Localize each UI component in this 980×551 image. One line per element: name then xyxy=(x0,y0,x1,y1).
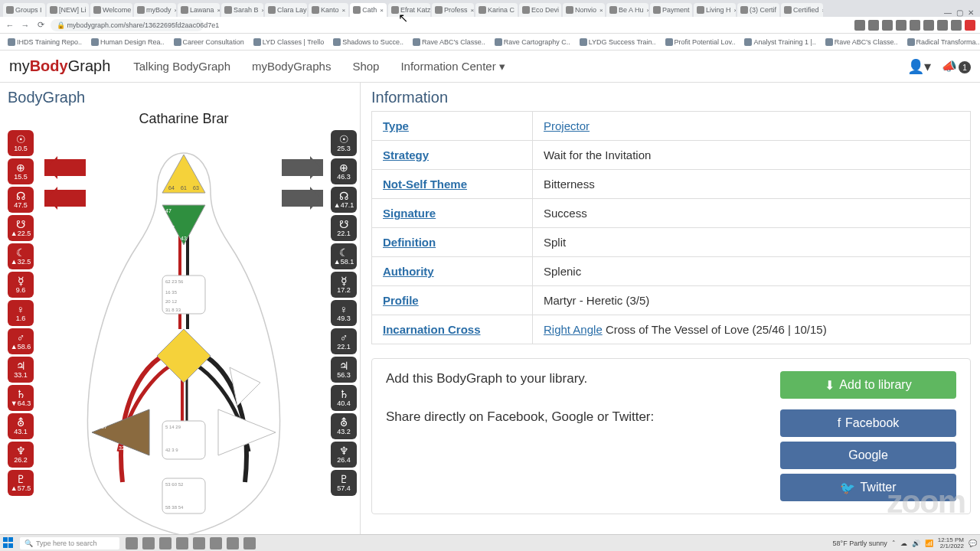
planet-box[interactable]: ♇57.4 xyxy=(331,470,357,496)
facebook-button[interactable]: fFacebook xyxy=(780,409,956,437)
ext-icon[interactable] xyxy=(951,20,962,31)
bookmark-item[interactable]: Human Design Rea.. xyxy=(88,37,168,47)
planet-box[interactable]: ♄40.4 xyxy=(331,385,357,411)
task-icon[interactable] xyxy=(176,537,188,549)
bookmark-item[interactable]: Profit Potential Lov.. xyxy=(662,37,739,47)
browser-tab[interactable]: (3) Certif× xyxy=(737,3,779,17)
forward-icon[interactable]: → xyxy=(20,20,31,31)
planet-box[interactable]: ♀49.3 xyxy=(331,300,357,326)
planet-box[interactable]: ♆26.2 xyxy=(8,442,34,468)
browser-tab[interactable]: Profess× xyxy=(432,3,474,17)
browser-tab[interactable]: Groups I× xyxy=(3,3,45,17)
close-icon[interactable]: ✕ xyxy=(968,8,974,17)
task-icon[interactable] xyxy=(193,537,205,549)
ext-icon[interactable] xyxy=(923,20,934,31)
planet-box[interactable]: ☾▲32.5 xyxy=(8,243,34,269)
browser-tab[interactable]: Clara Lay× xyxy=(265,3,307,17)
task-icon[interactable] xyxy=(126,537,138,549)
task-icon[interactable] xyxy=(210,537,222,549)
browser-tab[interactable]: Efrat Katz× xyxy=(388,3,430,17)
browser-tab[interactable]: Nonvio× xyxy=(563,3,605,17)
browser-tab[interactable]: Lawana× xyxy=(178,3,220,17)
bookmark-item[interactable]: Rave Cartography C.. xyxy=(492,37,573,47)
back-icon[interactable]: ← xyxy=(5,20,15,31)
bookmark-item[interactable]: Analyst Training 1 |.. xyxy=(741,37,818,47)
close-icon[interactable]: × xyxy=(599,7,603,14)
planet-box[interactable]: ♃33.1 xyxy=(8,357,34,383)
ext-icon[interactable] xyxy=(854,20,865,31)
google-button[interactable]: Google xyxy=(780,442,956,469)
browser-tab[interactable]: Karina C× xyxy=(475,3,518,17)
task-icon[interactable] xyxy=(243,537,256,549)
info-label-link[interactable]: Authority xyxy=(383,265,434,278)
close-icon[interactable]: × xyxy=(342,7,346,14)
info-value-link[interactable]: Projector xyxy=(544,119,590,132)
bookmark-item[interactable]: Rave ABC's Classe.. xyxy=(822,37,901,47)
ext-icon[interactable] xyxy=(882,20,893,31)
browser-tab[interactable]: myBody× xyxy=(134,3,176,17)
ext-icon[interactable] xyxy=(868,20,879,31)
url-input[interactable]: 🔒 mybodygraph.com/share/13622695fd2aac06… xyxy=(51,19,204,31)
browser-tab[interactable]: Certified× xyxy=(781,3,823,17)
planet-box[interactable]: ⊕46.3 xyxy=(331,158,357,184)
ext-icon[interactable] xyxy=(937,20,948,31)
planet-box[interactable]: ⛢43.2 xyxy=(331,413,357,439)
nav-link[interactable]: Information Center ▾ xyxy=(400,60,505,73)
close-icon[interactable]: × xyxy=(822,7,822,14)
info-label-link[interactable]: Incarnation Cross xyxy=(383,323,481,336)
planet-box[interactable]: ⊕15.5 xyxy=(8,158,34,184)
clock[interactable]: 12:15 PM2/1/2022 xyxy=(938,537,964,549)
bookmark-item[interactable]: LYD Classes | Trello xyxy=(250,37,328,47)
browser-tab[interactable]: Eco Devi× xyxy=(519,3,561,17)
weather-widget[interactable]: 58°F Partly sunny xyxy=(833,540,887,547)
close-icon[interactable]: × xyxy=(733,7,735,14)
browser-tab[interactable]: Sarah B× xyxy=(221,3,263,17)
close-icon[interactable]: × xyxy=(470,7,473,14)
planet-box[interactable]: ♂22.1 xyxy=(331,328,357,354)
browser-tab[interactable]: Living H× xyxy=(694,3,736,17)
planet-box[interactable]: ☉25.3 xyxy=(331,130,357,156)
tray-icon[interactable]: 🔊 xyxy=(912,540,920,547)
planet-box[interactable]: ♂▲58.6 xyxy=(8,328,34,354)
planet-box[interactable]: ♀1.6 xyxy=(8,300,34,326)
notifications-icon[interactable]: 📣1 xyxy=(942,59,971,74)
browser-tab[interactable]: Cath× xyxy=(350,3,387,17)
add-to-library-button[interactable]: ⬇Add to library xyxy=(780,371,956,399)
close-icon[interactable]: × xyxy=(217,7,220,14)
notifications-icon[interactable]: 💬 xyxy=(969,540,977,547)
browser-tab[interactable]: Welcome× xyxy=(90,3,132,17)
nav-link[interactable]: myBodyGraphs xyxy=(252,60,331,73)
nav-link[interactable]: Shop xyxy=(352,60,379,73)
bookmark-item[interactable]: Career Consultation xyxy=(171,37,247,47)
reload-icon[interactable]: ⟳ xyxy=(35,20,46,31)
browser-tab[interactable]: Kanto× xyxy=(309,3,348,17)
minimize-icon[interactable]: — xyxy=(944,8,952,17)
planet-box[interactable]: ♆26.4 xyxy=(331,442,357,468)
task-icon[interactable] xyxy=(159,537,172,549)
bookmark-item[interactable]: Shadows to Succe.. xyxy=(330,37,407,47)
planet-box[interactable]: ☋▲22.5 xyxy=(8,215,34,241)
bookmark-item[interactable]: IHDS Training Repo.. xyxy=(5,37,85,47)
planet-box[interactable]: ☿9.6 xyxy=(8,272,34,298)
start-button[interactable] xyxy=(3,537,15,549)
close-icon[interactable]: × xyxy=(262,7,263,14)
browser-tab[interactable]: Payment× xyxy=(650,3,692,17)
info-label-link[interactable]: Strategy xyxy=(383,148,429,161)
info-label-link[interactable]: Type xyxy=(383,119,409,132)
planet-box[interactable]: ⛢43.1 xyxy=(8,413,34,439)
task-icon[interactable] xyxy=(227,537,239,549)
nav-link[interactable]: Talking BodyGraph xyxy=(133,60,230,73)
close-icon[interactable]: × xyxy=(646,7,648,14)
info-label-link[interactable]: Not-Self Theme xyxy=(383,178,467,191)
planet-box[interactable]: ☉10.5 xyxy=(8,130,34,156)
info-label-link[interactable]: Profile xyxy=(383,294,419,307)
ext-icon[interactable] xyxy=(910,20,920,31)
browser-tab[interactable]: [NEW] Li× xyxy=(47,3,89,17)
close-icon[interactable]: × xyxy=(175,7,176,14)
info-value-link[interactable]: Right Angle xyxy=(544,323,603,336)
close-icon[interactable]: × xyxy=(380,7,384,14)
task-icon[interactable] xyxy=(142,537,155,549)
bookmark-item[interactable]: Rave ABC's Classe.. xyxy=(410,37,488,47)
info-label-link[interactable]: Definition xyxy=(383,236,436,249)
tray-icon[interactable]: ☁ xyxy=(900,540,907,547)
